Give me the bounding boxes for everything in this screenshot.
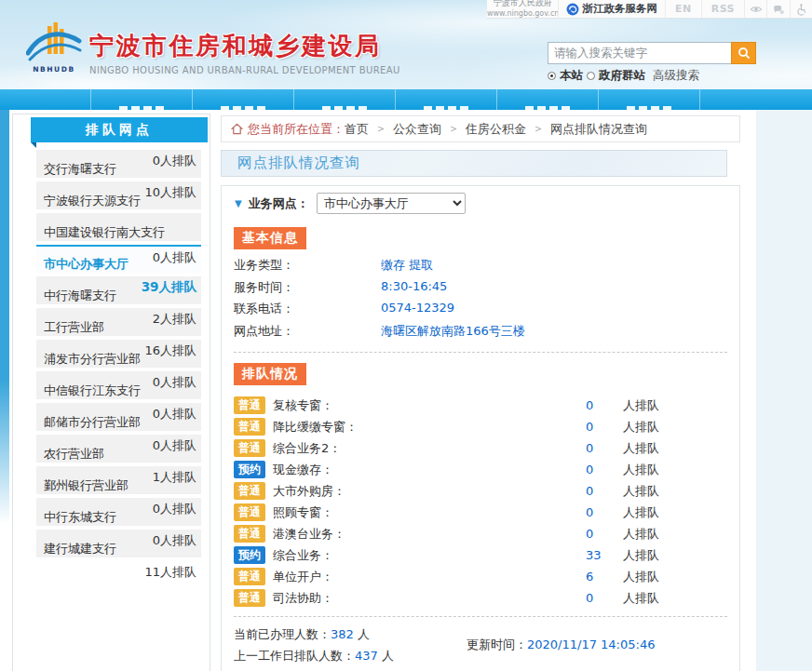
queue-row: 普通 司法协助： 0 人排队 [234, 587, 739, 609]
info-value: 缴存 提取 [381, 257, 433, 279]
network-queue-count: 16人排队 [144, 342, 196, 359]
nav-item[interactable] [293, 89, 395, 110]
network-name: 工行营业部 [44, 319, 104, 336]
queue-type-badge: 普通 [234, 439, 265, 457]
advanced-search-link[interactable]: 高级搜索 [653, 68, 699, 84]
sidebar-network-item[interactable]: 中信银行江东支行 0人排队 [36, 371, 201, 399]
queue-window-label: 综合业务2： [273, 440, 341, 457]
queue-type-badge: 普通 [234, 396, 265, 414]
network-name: 宁波银行天源支行 [44, 193, 141, 209]
queue-count-unit: 人排队 [623, 569, 659, 585]
scope-site-radio[interactable] [548, 72, 556, 80]
breadcrumb: 您当前所在位置： 首页 ＞ 公众查询 ＞ 住房公积金 ＞ 网点排队情况查询 [221, 115, 740, 142]
breadcrumb-link[interactable]: 住房公积金 [466, 121, 526, 138]
queue-row: 普通 综合业务2： 0 人排队 [234, 437, 739, 459]
divider [234, 352, 727, 353]
sidebar-network-item[interactable]: 市中心办事大厅 0人排队 [36, 245, 201, 273]
sidebar-network-item[interactable]: 交行海曙支行 0人排队 [36, 150, 201, 178]
sidebar-network-item[interactable]: 11人排队 [36, 561, 201, 589]
search-button[interactable] [731, 42, 756, 64]
search-input[interactable] [548, 42, 731, 64]
basic-info-row: 联系电话： 0574-12329 [234, 301, 739, 323]
scope-gov-label[interactable]: 政府群站 [599, 68, 645, 84]
main-nav-bar [0, 89, 812, 110]
queue-type-badge: 普通 [234, 589, 265, 607]
breadcrumb-separator: ＞ [369, 121, 393, 137]
network-name: 农行营业部 [44, 446, 104, 463]
sidebar-network-item[interactable]: 宁波银行天源支行 10人排队 [36, 181, 201, 209]
network-queue-count: 1人排队 [153, 469, 196, 486]
gov-site-name: 宁波市人民政府 [487, 0, 558, 9]
update-time-value: 2020/11/17 14:05:46 [527, 637, 655, 651]
breadcrumb-link[interactable]: 首页 [345, 121, 369, 138]
queue-window-label: 大市外购房： [273, 483, 345, 500]
network-queue-count: 39人排队 [142, 279, 196, 296]
zhejiang-portal-link[interactable]: 浙江政务服务网 [558, 0, 665, 18]
sidebar-network-item[interactable]: 邮储市分行营业部 0人排队 [36, 403, 201, 431]
sidebar-title: 排队网点 [31, 117, 208, 142]
sidebar-network-item[interactable]: 鄞州银行营业部 1人排队 [36, 466, 201, 494]
page: 宁波市人民政府 www.ningbo.gov.cn 浙江政务服务网 EN RSS [0, 0, 812, 671]
triangle-down-icon: ▼ [235, 198, 242, 208]
info-value: 0574-12329 [381, 301, 454, 323]
accessibility-icon[interactable] [790, 0, 812, 18]
eye-icon[interactable] [744, 0, 766, 18]
sidebar-network-item[interactable]: 工行营业部 2人排队 [36, 308, 201, 336]
queue-count-value: 0 [586, 527, 593, 541]
info-label: 网点地址： [234, 323, 381, 345]
network-name: 交行海曙支行 [44, 161, 116, 178]
queue-count-value: 33 [586, 548, 602, 562]
ningbo-gov-link[interactable]: 宁波市人民政府 www.ningbo.gov.cn [487, 0, 558, 18]
breadcrumb-link[interactable]: 网点排队情况查询 [550, 121, 647, 138]
network-name: 中国建设银行南大支行 [44, 224, 165, 241]
bureau-subtitle: NINGBO HOUSING AND URBAN-RURAL DEVELOPME… [89, 65, 400, 75]
network-queue-count: 10人排队 [144, 184, 196, 201]
rss-link[interactable]: RSS [701, 0, 744, 18]
network-queue-count: 0人排队 [153, 501, 196, 517]
network-select[interactable]: 市中心办事大厅 [317, 193, 466, 214]
current-handled-unit: 人 [358, 627, 370, 641]
logo-abbreviation: NBHUDB [24, 65, 84, 74]
en-link[interactable]: EN [665, 0, 701, 18]
zhejiang-portal-label: 浙江政务服务网 [582, 2, 657, 16]
scope-gov-radio[interactable] [587, 72, 595, 80]
gov-site-url: www.ningbo.gov.cn [487, 9, 558, 18]
sidebar-network-item[interactable]: 中国建设银行南大支行 [36, 213, 201, 241]
basic-info-row: 网点地址： 海曙区解放南路166号三楼 [234, 323, 739, 345]
search-options: 本站 政府群站 高级搜索 [548, 68, 699, 84]
home-icon [231, 123, 243, 135]
nav-item[interactable] [598, 89, 699, 110]
queue-count-value: 0 [586, 463, 593, 476]
queue-count-value: 0 [586, 591, 593, 605]
nav-item[interactable] [192, 89, 293, 110]
previous-day-value: 437 [355, 649, 378, 663]
queue-type-badge: 普通 [234, 525, 265, 543]
queue-count-unit: 人排队 [623, 462, 659, 478]
queue-count-unit: 人排队 [623, 397, 659, 414]
nav-item[interactable] [90, 89, 192, 110]
search-icon [738, 47, 751, 60]
sidebar-network-item[interactable]: 浦发市分行营业部 16人排队 [36, 340, 201, 368]
nav-item[interactable] [699, 89, 812, 110]
queue-count-value: 0 [586, 420, 593, 434]
current-handled-value: 382 [331, 627, 354, 641]
sidebar-network-item[interactable]: 农行营业部 0人排队 [36, 435, 201, 463]
sidebar-network-item[interactable]: 建行城建支行 0人排队 [36, 530, 201, 557]
queue-count-value: 0 [586, 398, 593, 412]
network-filter-row: ▼ 业务网点： 市中心办事大厅 [222, 186, 739, 221]
queue-rows: 普通 复核专窗： 0 人排队 普通 降比缓缴专窗： 0 人排队 普通 综合业务2… [234, 395, 739, 609]
nav-item[interactable] [395, 89, 496, 110]
queue-window-label: 现金缴存： [273, 462, 333, 478]
queue-type-badge: 普通 [234, 482, 265, 500]
wechat-icon[interactable] [766, 0, 789, 18]
info-label: 联系电话： [234, 301, 381, 323]
nav-item[interactable] [0, 89, 90, 110]
scope-site-label[interactable]: 本站 [560, 68, 583, 84]
sidebar-network-item[interactable]: 中行东城支行 0人排队 [36, 498, 201, 526]
nav-item[interactable] [496, 89, 598, 110]
breadcrumb-link[interactable]: 公众查询 [393, 121, 441, 138]
sidebar-network-item[interactable]: 中行海曙支行 39人排队 [36, 276, 201, 304]
network-queue-count: 0人排队 [153, 374, 196, 391]
queue-type-badge: 预约 [234, 546, 265, 564]
network-name: 鄞州银行营业部 [44, 477, 129, 494]
